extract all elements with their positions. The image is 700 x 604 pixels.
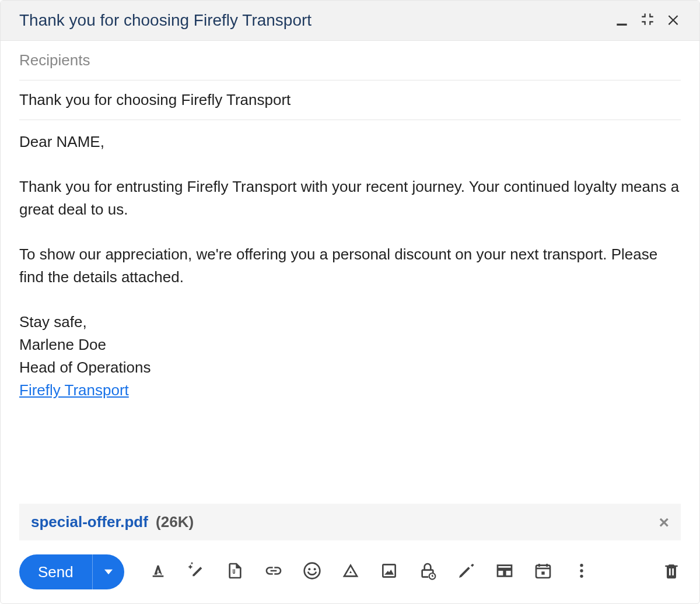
subject-field[interactable]: Thank you for choosing Firefly Transport (19, 80, 681, 120)
subject-text: Thank you for choosing Firefly Transport (19, 91, 290, 108)
attachment-chip[interactable]: special-offer.pdf (26K) × (19, 504, 681, 540)
attachment-label: special-offer.pdf (26K) (31, 513, 194, 531)
insert-emoji-icon[interactable] (303, 561, 321, 582)
insert-link-icon[interactable] (264, 561, 283, 582)
window-controls (614, 12, 681, 29)
schedule-send-icon[interactable] (534, 561, 552, 582)
send-button-group: Send (19, 554, 124, 589)
svg-point-7 (580, 564, 583, 567)
insert-photo-icon[interactable] (380, 561, 398, 582)
compose-header: Thank you for choosing Firefly Transport (1, 1, 699, 41)
body-closing: Stay safe, (19, 311, 681, 333)
formatting-toolbar (149, 561, 655, 582)
close-icon[interactable] (666, 12, 681, 29)
svg-rect-6 (541, 571, 544, 574)
body-greeting: Dear NAME, (19, 131, 681, 153)
confidential-mode-icon[interactable] (418, 561, 437, 582)
svg-point-2 (308, 568, 310, 570)
svg-point-3 (313, 568, 316, 570)
attachment-size: (26K) (156, 513, 194, 531)
attach-file-icon[interactable] (226, 561, 244, 582)
body-paragraph-1: Thank you for entrusting Firefly Transpo… (19, 175, 681, 221)
send-button[interactable]: Send (19, 554, 93, 589)
recipients-field[interactable]: Recipients (19, 41, 681, 80)
message-body[interactable]: Dear NAME, Thank you for entrusting Fire… (19, 131, 681, 480)
compose-title: Thank you for choosing Firefly Transport (19, 11, 312, 30)
attachment-name: special-offer.pdf (31, 513, 148, 531)
svg-rect-0 (617, 24, 626, 26)
insert-signature-icon[interactable] (457, 561, 475, 582)
svg-point-9 (580, 575, 583, 578)
svg-point-1 (304, 563, 320, 579)
signature-link[interactable]: Firefly Transport (19, 381, 129, 399)
formatting-options-icon[interactable] (149, 561, 167, 582)
body-paragraph-2: To show our appreciation, we're offering… (19, 243, 681, 289)
compose-toolbar: Send (1, 540, 699, 603)
send-options-dropdown[interactable] (93, 554, 124, 589)
insert-drive-icon[interactable] (341, 561, 360, 582)
signature-name: Marlene Doe (19, 333, 681, 356)
signature-title: Head of Operations (19, 356, 681, 379)
svg-point-8 (580, 569, 583, 572)
discard-draft-icon[interactable] (662, 561, 681, 582)
ai-compose-icon[interactable] (187, 561, 206, 582)
remove-attachment-icon[interactable]: × (659, 514, 669, 531)
more-options-icon[interactable] (572, 561, 591, 582)
select-template-icon[interactable] (495, 561, 514, 582)
fullscreen-exit-icon[interactable] (640, 12, 655, 29)
compose-window: Thank you for choosing Firefly Transport… (0, 0, 700, 604)
minimize-icon[interactable] (614, 12, 629, 29)
recipients-placeholder: Recipients (19, 51, 90, 69)
